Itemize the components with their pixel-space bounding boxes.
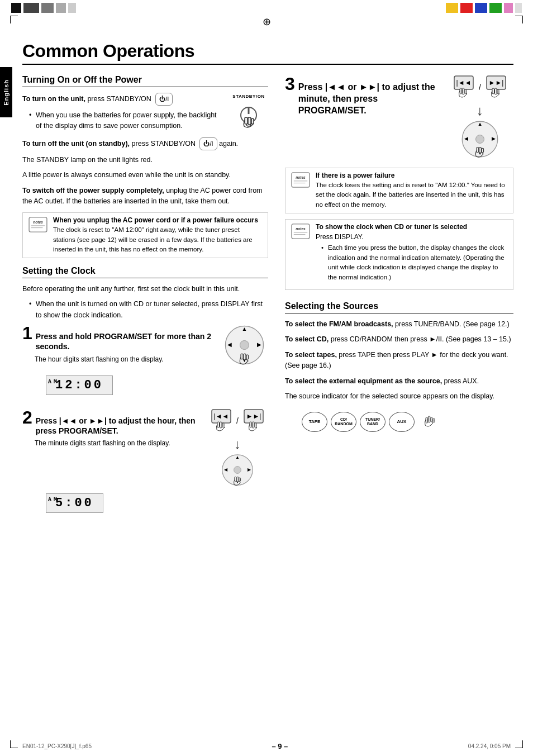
side-tab: English	[0, 67, 12, 117]
source-hand-icon	[419, 413, 440, 438]
color-red	[460, 3, 473, 13]
step-1-number: 1	[22, 324, 32, 342]
standby-symbol-2: ⏻/I	[199, 137, 217, 150]
source-fm-label: To select the FM/AM broadcasts,	[285, 320, 393, 328]
svg-rect-39	[460, 88, 462, 94]
svg-point-10	[240, 341, 249, 350]
notes-icon-1: notes	[27, 216, 49, 233]
notes-display-intro: Press DISPLAY.	[316, 232, 508, 242]
am-pm-2: AM	[48, 497, 59, 503]
switch-off-label: To switch off the power supply completel…	[22, 187, 164, 194]
step-1-heading: Press and hold PROGRAM/SET for more than…	[36, 331, 219, 351]
corner-bottom-right	[515, 740, 523, 748]
step-3-heading: Press |◄◄ or ►►| to adjust the minute, t…	[298, 82, 442, 116]
footer-left: EN01-12_PC-X290[J]_f.p65	[22, 743, 92, 749]
step-3-block: 3 Press |◄◄ or ►►| to adjust the minute,…	[285, 75, 513, 159]
source-outro: The source indicator for the selected so…	[285, 391, 513, 402]
skip-fwd-icon-3: ►►|	[486, 75, 507, 99]
src-btn-cd: CD/RANDOM	[331, 412, 356, 432]
side-tab-label: English	[3, 79, 9, 106]
corner-top-right	[515, 16, 523, 23]
source-ext-label: To select the external equipment as the …	[285, 377, 442, 385]
svg-rect-45	[494, 88, 497, 94]
top-bar	[0, 0, 533, 16]
clock-bullet: When the unit is turned on with CD or tu…	[29, 299, 268, 321]
footer: EN01-12_PC-X290[J]_f.p65 – 9 – 04.2.24, …	[22, 742, 511, 750]
svg-text:◀: ◀	[464, 136, 468, 141]
svg-rect-16	[244, 354, 246, 360]
svg-text:notes: notes	[296, 175, 306, 179]
section-selecting-sources: Selecting the Sources To select the FM/A…	[285, 301, 513, 438]
step-1-text: 1 Press and hold PROGRAM/SET for more th…	[22, 324, 219, 368]
section-turning-on-off: Turning On or Off the Power To turn on t…	[22, 75, 268, 258]
dial-svg-2: ▲ ▶ ▼ ◀	[221, 453, 254, 487]
standby-lamp-text: The STANDBY lamp on the unit lights red.	[22, 155, 268, 165]
left-column: Turning On or Off the Power To turn on t…	[22, 75, 268, 526]
step-2-display-area: AM 5:00	[35, 489, 268, 517]
step-2-body: The minute digits start flashing on the …	[35, 438, 202, 448]
svg-rect-55	[482, 148, 483, 152]
svg-text:|◄◄: |◄◄	[456, 79, 472, 87]
arrow-down-2: ↓	[234, 436, 241, 452]
svg-text:▲: ▲	[477, 121, 482, 127]
svg-rect-15	[241, 354, 243, 359]
svg-rect-44	[492, 88, 494, 94]
color-pink	[504, 3, 513, 13]
step-3-icons: |◄◄ / ►►|	[446, 75, 513, 159]
svg-text:►►|: ►►|	[489, 79, 504, 87]
turn-on-label: To turn on the unit,	[22, 95, 85, 103]
src-btn-tuner: TUNER/BAND	[360, 412, 386, 432]
little-power-text: A little power is always consumed even w…	[22, 170, 268, 180]
notes-display-bullet: Each time you press the button, the disp…	[321, 243, 508, 283]
notes-svg-1: notes	[27, 216, 49, 233]
step-1-row: 1 Press and hold PROGRAM/SET for more th…	[22, 324, 268, 368]
source-cd: To select CD, press CD/RANDOM then press…	[285, 334, 513, 345]
svg-rect-66	[431, 417, 432, 422]
clock-time-1: 12:00	[55, 378, 103, 392]
skip-back-icon-3: |◄◄	[453, 75, 474, 99]
footer-right: 04.2.24, 0:05 PM	[468, 743, 511, 749]
svg-rect-67	[433, 419, 435, 422]
bar-block-4	[56, 3, 66, 13]
source-tape: To select tapes, press TAPE then press P…	[285, 350, 513, 372]
center-mark: ⊕	[263, 16, 271, 28]
skip-fwd-icon: ►►|	[243, 408, 264, 433]
clock-display-2: AM 5:00	[46, 493, 103, 513]
notes-content-1: When you unplug the AC power cord or if …	[53, 216, 263, 254]
svg-rect-26	[252, 422, 254, 428]
top-bar-right	[446, 0, 522, 16]
notes-content-2: If there is a power failure The clock lo…	[316, 172, 508, 210]
notes-icon-3: notes	[290, 223, 311, 240]
notes-svg-3: notes	[290, 223, 311, 240]
notes-body-1: The clock is reset to "AM 12:00" right a…	[53, 225, 263, 254]
standby-label: STANDBY/ON	[229, 94, 268, 99]
section-setting-clock: Setting the Clock Before operating the u…	[22, 266, 268, 517]
corner-bottom-left	[10, 740, 18, 748]
standby-symbol: ⏻/I	[155, 93, 173, 106]
step-2-heading-row: 2 Press |◄◄ or ►►| to adjust the hour, t…	[22, 408, 202, 438]
color-green	[489, 3, 502, 13]
svg-rect-17	[246, 355, 249, 359]
source-buttons-row: TAPE CD/RANDOM TUNER/BAND AUX	[285, 406, 513, 438]
turn-on-row: To turn on the unit, press STANDBY/ON ⏻/…	[22, 93, 268, 135]
svg-text:◀: ◀	[224, 467, 228, 472]
turn-off-para: To turn off the unit (on standby), press…	[22, 137, 268, 150]
svg-rect-53	[477, 147, 479, 152]
svg-rect-2	[245, 117, 248, 124]
svg-text:►►|: ►►|	[246, 412, 261, 420]
svg-text:notes: notes	[296, 227, 306, 231]
turn-on-bullet: When you use the batteries for power sup…	[29, 110, 223, 132]
notes-content-3: To show the clock when CD or tuner is se…	[316, 223, 508, 286]
svg-rect-56	[292, 173, 310, 187]
clock-intro: Before operating the unit any further, f…	[22, 284, 268, 294]
notes-title-3: To show the clock when CD or tuner is se…	[316, 223, 508, 231]
turn-on-para: To turn on the unit, press STANDBY/ON ⏻/…	[22, 93, 223, 106]
svg-rect-20	[217, 422, 220, 427]
bar-block-1	[11, 3, 21, 13]
notes-title-2: If there is a power failure	[316, 172, 508, 179]
clock-time-2: 5:00	[55, 496, 94, 510]
page-number: – 9 –	[272, 742, 288, 750]
heading-setting-clock: Setting the Clock	[22, 266, 268, 278]
step-3-hand-row: |◄◄ / ►►|	[453, 75, 507, 99]
svg-point-48	[476, 135, 484, 144]
